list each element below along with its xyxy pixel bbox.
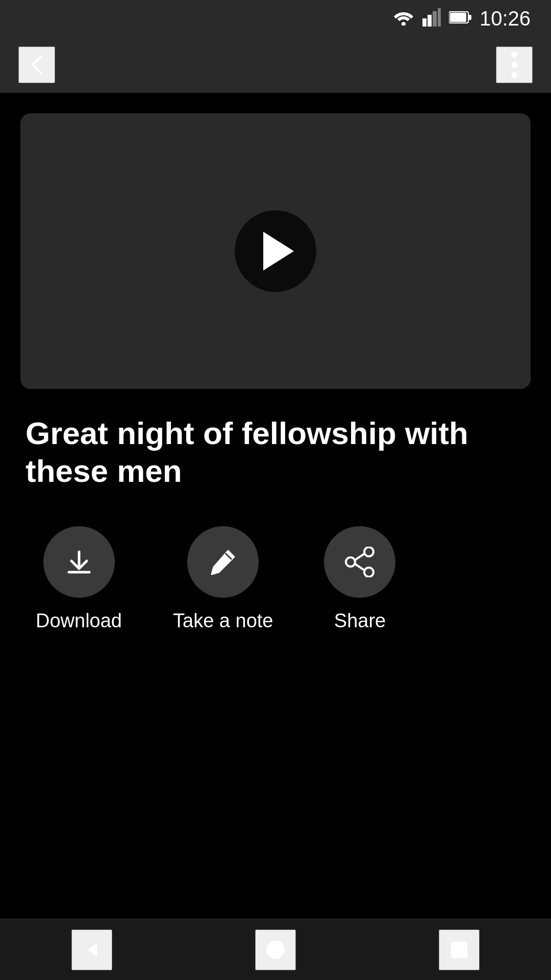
status-bar: 10:26 bbox=[0, 0, 551, 37]
svg-point-13 bbox=[364, 568, 373, 577]
svg-rect-2 bbox=[428, 15, 432, 27]
play-icon bbox=[263, 232, 294, 271]
play-button[interactable] bbox=[235, 210, 316, 292]
battery-icon bbox=[449, 10, 471, 27]
svg-rect-1 bbox=[422, 18, 427, 27]
pencil-icon bbox=[208, 547, 238, 577]
actions-row: Download Take a note bbox=[26, 526, 525, 632]
more-options-button[interactable] bbox=[496, 46, 533, 83]
svg-rect-17 bbox=[451, 942, 467, 958]
svg-rect-7 bbox=[468, 15, 471, 20]
take-a-note-circle bbox=[187, 526, 259, 598]
share-action[interactable]: Share bbox=[324, 526, 395, 632]
svg-rect-6 bbox=[450, 13, 466, 22]
take-a-note-action[interactable]: Take a note bbox=[173, 526, 273, 632]
svg-line-14 bbox=[355, 554, 364, 560]
download-icon bbox=[64, 547, 94, 577]
nav-recents-button[interactable] bbox=[439, 929, 480, 970]
svg-point-16 bbox=[266, 941, 285, 959]
svg-rect-3 bbox=[433, 11, 437, 27]
share-icon bbox=[343, 547, 376, 577]
download-label: Download bbox=[36, 610, 122, 632]
download-circle bbox=[43, 526, 115, 598]
download-action[interactable]: Download bbox=[36, 526, 122, 632]
status-time: 10:26 bbox=[480, 7, 531, 30]
status-icons: 10:26 bbox=[393, 7, 531, 30]
back-button[interactable] bbox=[18, 46, 55, 83]
svg-point-8 bbox=[511, 52, 517, 58]
share-label: Share bbox=[334, 610, 386, 632]
take-a-note-label: Take a note bbox=[173, 610, 273, 632]
svg-point-11 bbox=[364, 547, 373, 556]
nav-back-button[interactable] bbox=[71, 929, 112, 970]
svg-point-12 bbox=[346, 557, 355, 567]
svg-point-10 bbox=[511, 72, 517, 78]
signal-icon bbox=[422, 8, 441, 29]
nav-bar bbox=[0, 37, 551, 93]
svg-rect-4 bbox=[438, 8, 441, 27]
wifi-icon bbox=[393, 9, 414, 28]
nav-home-button[interactable] bbox=[255, 929, 296, 970]
share-circle bbox=[324, 526, 395, 598]
svg-line-15 bbox=[355, 564, 364, 570]
svg-point-9 bbox=[511, 62, 517, 68]
content-area: Great night of fellowship with these men… bbox=[0, 389, 551, 919]
bottom-nav bbox=[0, 919, 551, 980]
svg-point-0 bbox=[402, 22, 406, 26]
video-title: Great night of fellowship with these men bbox=[26, 414, 525, 491]
video-player[interactable] bbox=[20, 113, 531, 389]
